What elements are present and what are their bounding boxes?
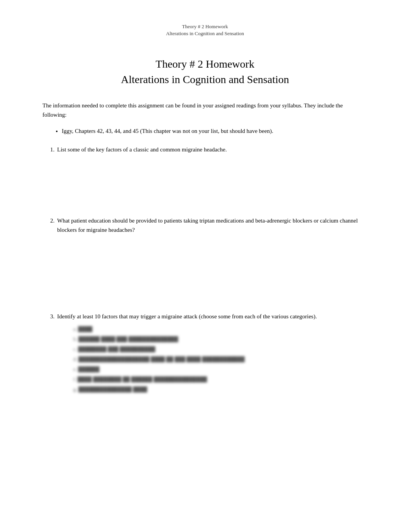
blurred-line-5: e. ██████ <box>73 365 368 374</box>
list-item: Iggy, Chapters 42, 43, 44, and 45 (This … <box>62 126 368 136</box>
blurred-line-4: d. ████████████████████ ████ ██ ███ ████… <box>73 355 368 364</box>
question-2-number: 2. <box>42 216 57 225</box>
blurred-line-7: g. ███████████████ ████ <box>73 385 368 394</box>
question-3-number: 3. <box>42 312 57 321</box>
header-line1: Theory # 2 Homework <box>182 24 228 29</box>
intro-paragraph: The information needed to complete this … <box>42 101 368 119</box>
answer-space-2 <box>42 235 368 312</box>
question-3-text: Identify at least 10 factors that may tr… <box>57 312 368 321</box>
title-block: Theory # 2 Homework Alterations in Cogni… <box>42 56 368 87</box>
main-title: Theory # 2 Homework Alterations in Cogni… <box>42 56 368 87</box>
page-header: Theory # 2 Homework Alterations in Cogni… <box>42 23 368 37</box>
question-1-number: 1. <box>42 145 57 154</box>
question-2-text: What patient education should be provide… <box>57 216 368 235</box>
question-1-text: List some of the key factors of a classi… <box>57 145 368 154</box>
answer-space-1 <box>42 154 368 216</box>
blurred-line-3: c. ████████ ███ ██████████ <box>73 345 368 354</box>
question-2: 2. What patient education should be prov… <box>42 216 368 235</box>
blurred-line-6: f. ████ ████████ ██ ██████ █████████████… <box>73 375 368 384</box>
question-3: 3. Identify at least 10 factors that may… <box>42 312 368 321</box>
header-line2: Alterations in Cognition and Sensation <box>166 31 244 36</box>
question-1: 1. List some of the key factors of a cla… <box>42 145 368 154</box>
questions-section: 1. List some of the key factors of a cla… <box>42 145 368 394</box>
blurred-line-2: b. ██████ ████ ███ ██████████████ <box>73 335 368 343</box>
blurred-line-1: a. ████ <box>73 325 368 333</box>
blurred-answer-3: a. ████ b. ██████ ████ ███ █████████████… <box>73 325 368 394</box>
page: Theory # 2 Homework Alterations in Cogni… <box>0 0 410 532</box>
reading-list: Iggy, Chapters 42, 43, 44, and 45 (This … <box>62 126 368 136</box>
